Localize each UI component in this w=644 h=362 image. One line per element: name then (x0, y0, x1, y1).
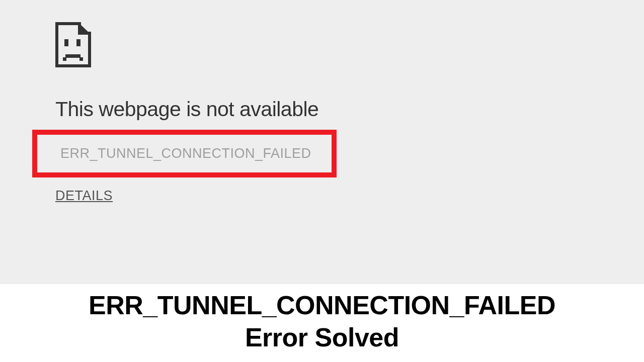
error-code-text: ERR_TUNNEL_CONNECTION_FAILED (60, 146, 311, 161)
caption-line-2: Error Solved (245, 322, 399, 352)
svg-rect-4 (79, 57, 83, 61)
svg-rect-0 (64, 39, 68, 46)
caption-line-1: ERR_TUNNEL_CONNECTION_FAILED (89, 290, 555, 320)
svg-rect-3 (63, 57, 66, 61)
details-link[interactable]: DETAILS (55, 188, 113, 204)
svg-rect-2 (65, 54, 80, 58)
error-code-highlight-box: ERR_TUNNEL_CONNECTION_FAILED (32, 130, 337, 177)
error-heading: This webpage is not available (55, 98, 644, 121)
svg-rect-1 (76, 39, 80, 46)
caption-container: ERR_TUNNEL_CONNECTION_FAILED Error Solve… (0, 284, 644, 362)
error-page-container: This webpage is not available ERR_TUNNEL… (0, 0, 644, 284)
sad-page-icon (55, 22, 92, 67)
